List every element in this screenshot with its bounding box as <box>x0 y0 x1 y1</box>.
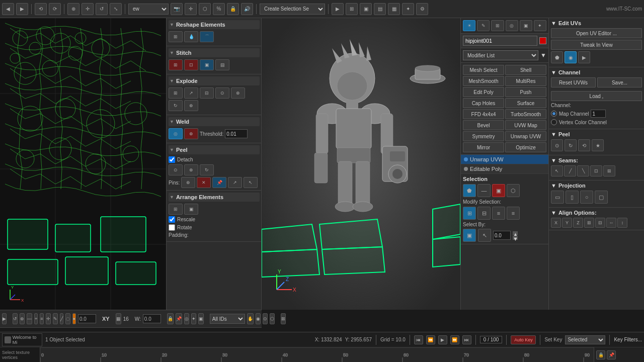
explode-btn-5[interactable]: ⊗ <box>231 87 245 99</box>
minus-btn[interactable]: — <box>27 313 32 324</box>
sel-by-input[interactable] <box>493 231 511 240</box>
peel-btn-2[interactable]: ⊗ <box>184 164 198 175</box>
mod-edit-poly[interactable]: Edit Poly <box>463 87 504 97</box>
peel-btn-1[interactable]: ⊙ <box>169 164 183 175</box>
map-channel-input[interactable] <box>591 110 606 118</box>
tl-prev[interactable]: ⏪ <box>426 335 435 344</box>
peel-fr-icon-undo[interactable]: ⟲ <box>578 139 590 151</box>
align-z[interactable]: Z <box>573 218 583 228</box>
toolbar-btn-percent[interactable]: % <box>213 3 225 15</box>
toolbar-btn-rotate[interactable]: ↺ <box>96 3 108 15</box>
uv-icon-2[interactable]: ◉ <box>565 51 577 63</box>
pin-icon[interactable]: 📌 <box>176 313 182 324</box>
explode-header[interactable]: ▼ Explode <box>169 76 260 85</box>
uv-icon-3[interactable]: ▶ <box>578 51 590 63</box>
vertex-color-radio[interactable] <box>551 119 557 125</box>
proj-box[interactable]: ▢ <box>595 191 608 204</box>
proj-cylinder[interactable]: ▯ <box>566 191 579 204</box>
sel-icon-edge[interactable]: — <box>477 184 491 197</box>
tl-skip-start[interactable]: ⏮ <box>414 335 423 344</box>
tiles-btn[interactable]: ▦ <box>116 313 121 324</box>
cube2-btn[interactable]: ⬡ <box>270 313 275 324</box>
toolbar-btn-env[interactable]: ✦ <box>402 3 414 15</box>
mod-shell[interactable]: Shell <box>505 65 546 75</box>
viewport-select[interactable]: ew <box>128 4 169 15</box>
peel-fr-icon-star[interactable]: ★ <box>592 139 604 151</box>
align-btn-3[interactable]: ↔ <box>606 218 616 228</box>
peel-fr-icon-1[interactable]: ⊙ <box>551 139 563 151</box>
toolbar-btn-prev[interactable]: ◀ <box>2 3 14 15</box>
mod-sel-ring[interactable]: ≡ <box>492 207 505 220</box>
toolbar-btn-redo[interactable]: ⟳ <box>49 3 61 15</box>
toolbar-btn-settings[interactable]: ⚙ <box>416 3 428 15</box>
toolbar-btn-render2[interactable]: ⊞ <box>346 3 358 15</box>
toolbar-btn-geom[interactable]: ⬡ <box>199 3 211 15</box>
sel-spinner-up[interactable]: ▲ <box>513 231 518 235</box>
viewport-3d[interactable]: X Y Z <box>262 18 460 310</box>
threshold-input[interactable] <box>225 129 248 138</box>
toolbar-btn-scale[interactable]: ⤡ <box>110 3 122 15</box>
weld-btn-red[interactable]: ⊕ <box>184 128 198 139</box>
modifier-list-dropdown[interactable]: Modifier List <box>463 50 538 60</box>
tl-lock[interactable]: 🔒 <box>596 350 605 359</box>
open-uv-editor-btn[interactable]: Open UV Editor ... <box>551 28 642 38</box>
id-select[interactable]: All IDs ID 1 ID 2 <box>210 314 245 324</box>
uv-canvas[interactable]: X Y <box>0 18 166 310</box>
mod-stack-item-editable[interactable]: Editable Poly <box>461 164 548 174</box>
line-btn[interactable]: ╱ <box>60 313 63 324</box>
arrange-btn-2[interactable]: ▣ <box>184 204 198 215</box>
mod-mirror[interactable]: Mirror <box>463 142 504 152</box>
mod-icon-box[interactable]: ▣ <box>520 20 532 31</box>
peel-fr-icon-2[interactable]: ↻ <box>565 139 577 151</box>
toolbar-btn-move[interactable]: ✛ <box>82 3 94 15</box>
uv-icon-1[interactable]: ⬟ <box>551 51 563 63</box>
reshape-btn-2[interactable]: 💧 <box>184 31 198 42</box>
toolbar-btn-render[interactable]: ▶ <box>332 3 344 15</box>
tl-play[interactable]: ▶ <box>438 335 447 344</box>
mod-sel-loop[interactable]: ≡ <box>507 207 520 220</box>
tweak-in-view-btn[interactable]: Tweak In View <box>551 40 642 50</box>
mod-ffd[interactable]: FFD 4x4x4 <box>463 109 504 119</box>
mod-mesh-select[interactable]: Mesh Select <box>463 65 504 75</box>
sel-by-cursor[interactable]: ↖ <box>478 229 491 242</box>
stitch-btn-2[interactable]: ⊡ <box>184 59 198 70</box>
mod-icon-pen[interactable]: ✎ <box>477 20 490 31</box>
weld-header[interactable]: ▼ Weld <box>169 117 260 126</box>
pin-btn-3[interactable]: 📌 <box>212 177 226 188</box>
reshape-btn-3[interactable]: ⌒ <box>200 31 214 42</box>
sel-by-icon[interactable]: ▣ <box>463 229 476 242</box>
seam-line-2[interactable]: ╲ <box>577 165 589 176</box>
orange-btn[interactable]: ● <box>72 313 76 324</box>
toolbar-btn-lock[interactable]: 🔒 <box>227 3 239 15</box>
align-y[interactable]: Y <box>562 218 572 228</box>
sel-icon-element[interactable]: ⬡ <box>507 184 520 197</box>
mod-turbosmooth[interactable]: TurboSmooth <box>505 109 546 119</box>
toolbar-btn-cam[interactable]: 📷 <box>171 3 183 15</box>
detach-checkbox[interactable] <box>169 156 175 163</box>
mod-multires[interactable]: MultiRes <box>505 76 546 86</box>
mod-icon-grid[interactable]: ⊞ <box>491 20 504 31</box>
object-color-box[interactable] <box>539 37 546 44</box>
mod-sel-contract[interactable]: ⊟ <box>477 207 491 220</box>
rotate-checkbox[interactable] <box>169 224 175 231</box>
stitch-btn-4[interactable]: ▤ <box>215 59 229 70</box>
mod-bevel[interactable]: Bevel <box>463 120 504 130</box>
explode-btn-3[interactable]: ⊟ <box>200 87 214 99</box>
toolbar-btn-wire[interactable]: ▦ <box>388 3 400 15</box>
mod-meshsmooth[interactable]: MeshSmooth <box>463 76 504 86</box>
toolbar-btn-undo[interactable]: ⟲ <box>35 3 47 15</box>
stitch-header[interactable]: ▼ Stitch <box>169 48 260 57</box>
create-select[interactable]: Create Selection Se <box>260 4 325 15</box>
proj-plane[interactable]: ▭ <box>551 191 564 204</box>
snap-btn[interactable]: ⊕ <box>20 313 25 324</box>
mod-uvw-map[interactable]: UVW Map <box>505 120 546 130</box>
reset-uvws-btn[interactable]: Reset UVWs <box>551 77 596 87</box>
snap-cycle[interactable]: ↺ <box>13 313 18 324</box>
arrange-header[interactable]: ▼ Arrange Elements <box>169 193 260 202</box>
star-btn[interactable]: ✦ <box>191 313 196 324</box>
arrange-btn-1[interactable]: ⊞ <box>169 204 183 215</box>
sel-icon-vertex[interactable]: ⬟ <box>463 184 476 197</box>
reshape-btn-1[interactable]: ⊞ <box>169 31 183 42</box>
save-btn[interactable]: Save... <box>597 77 642 87</box>
toolbar-btn-mat[interactable]: ▣ <box>360 3 372 15</box>
